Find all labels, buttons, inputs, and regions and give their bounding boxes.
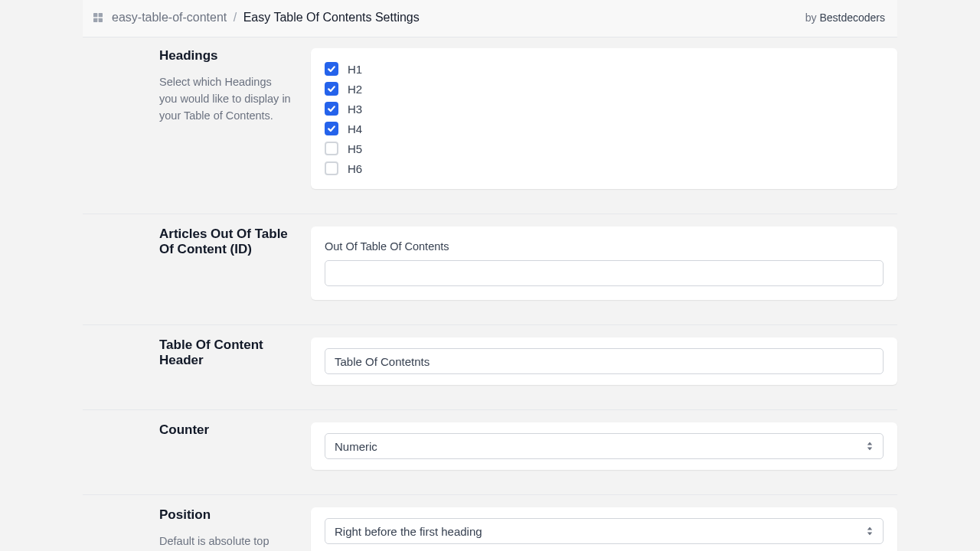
heading-checkbox-h6[interactable] [325,161,338,175]
breadcrumb-current: Easy Table Of Contents Settings [243,11,420,24]
headings-checklist: H1H2H3H4H5H6 [325,62,884,175]
checkbox-row: H3 [325,102,884,116]
checkbox-row: H2 [325,82,884,96]
checkbox-label: H1 [348,63,362,76]
setting-articles-out: Articles Out Of Table Of Content (ID) Ou… [83,214,897,312]
breadcrumb: easy-table-of-content / Easy Table Of Co… [112,11,420,24]
setting-counter: Counter Numeric [83,409,897,482]
setting-headings: Headings Select which Headings you would… [83,37,897,201]
checkbox-row: H6 [325,161,884,175]
heading-checkbox-h3[interactable] [325,102,338,116]
svg-rect-1 [99,13,103,17]
position-select[interactable]: Right before the first heading [325,518,884,544]
counter-select[interactable]: Numeric [325,433,884,459]
toc-header-title: Table Of Content Header [159,337,292,368]
svg-rect-3 [99,18,103,22]
heading-checkbox-h1[interactable] [325,62,338,76]
articles-out-card: Out Of Table Of Contents [311,227,897,300]
svg-rect-0 [93,13,97,17]
position-desc: Default is absolute top [159,533,292,550]
toc-header-input[interactable] [325,348,884,374]
checkbox-label: H6 [348,162,362,175]
articles-out-title: Articles Out Of Table Of Content (ID) [159,227,292,257]
checkbox-label: H3 [348,103,362,116]
checkbox-label: H2 [348,83,362,96]
checkbox-label: H5 [348,142,362,155]
checkbox-row: H4 [325,122,884,135]
heading-checkbox-h5[interactable] [325,142,338,155]
checkbox-label: H4 [348,122,362,135]
settings-form: Headings Select which Headings you would… [83,37,897,551]
author-name[interactable]: Bestdecoders [819,11,885,24]
heading-desc: Select which Headings you would like to … [159,74,292,124]
heading-checkbox-h2[interactable] [325,82,338,96]
blocks-icon [92,11,104,24]
heading-title: Headings [159,48,292,64]
toc-header-card [311,337,897,385]
breadcrumb-parent[interactable]: easy-table-of-content [112,11,227,24]
header-bar: easy-table-of-content / Easy Table Of Co… [83,0,897,37]
checkbox-row: H5 [325,142,884,155]
articles-out-input[interactable] [325,260,884,286]
articles-out-label: Out Of Table Of Contents [325,240,884,253]
heading-checkbox-h4[interactable] [325,122,338,135]
header-left: easy-table-of-content / Easy Table Of Co… [92,11,420,24]
checkbox-row: H1 [325,62,884,76]
header-author: by Bestdecoders [805,11,885,24]
position-card: Right before the first heading [311,507,897,551]
breadcrumb-sep: / [234,11,237,24]
setting-toc-header: Table Of Content Header [83,324,897,397]
position-title: Position [159,507,292,523]
counter-title: Counter [159,422,292,438]
setting-position: Position Default is absolute top Right b… [83,494,897,551]
counter-card: Numeric [311,422,897,470]
svg-rect-2 [93,18,97,22]
by-label: by [805,11,820,24]
headings-card: H1H2H3H4H5H6 [311,48,897,189]
